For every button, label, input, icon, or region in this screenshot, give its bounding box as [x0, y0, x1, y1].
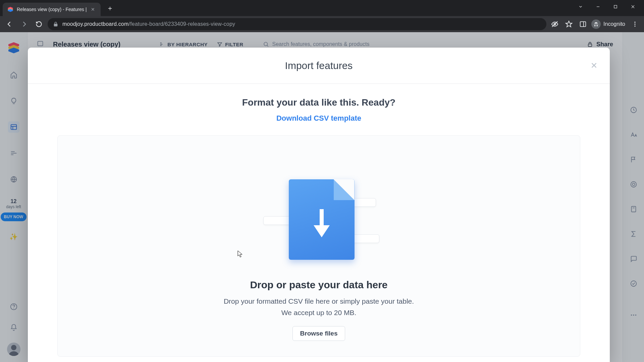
- browser-toolbar: moodjoy.productboard.com/feature-board/6…: [0, 16, 644, 32]
- tab-title: Releases view (copy) - Features |: [17, 7, 87, 12]
- back-button[interactable]: [3, 18, 15, 30]
- svg-rect-4: [614, 5, 617, 8]
- window-maximize-icon[interactable]: [608, 1, 623, 12]
- window-close-icon[interactable]: [625, 1, 641, 12]
- svg-marker-44: [314, 225, 330, 237]
- tab-favicon-icon: [7, 6, 13, 12]
- dropzone-heading: Drop or paste your data here: [250, 279, 387, 291]
- close-icon: [590, 62, 598, 69]
- browser-titlebar: Releases view (copy) - Features | ✕ ＋: [0, 0, 644, 16]
- window-minimize-icon[interactable]: [590, 1, 606, 12]
- incognito-avatar-icon[interactable]: [591, 19, 601, 29]
- file-download-icon: [289, 179, 355, 260]
- dropzone-sub2: We accept up to 20 MB.: [281, 309, 357, 317]
- bookmark-star-icon[interactable]: [563, 18, 575, 30]
- modal-title: Import features: [285, 60, 353, 71]
- address-bar[interactable]: moodjoy.productboard.com/feature-board/6…: [48, 18, 546, 30]
- lock-icon: [53, 21, 58, 27]
- url-text: moodjoy.productboard.com/feature-board/6…: [62, 21, 235, 27]
- browser-tab[interactable]: Releases view (copy) - Features | ✕: [3, 3, 101, 16]
- browser-menu-icon[interactable]: [629, 18, 641, 30]
- incognito-label: Incognito: [603, 21, 625, 27]
- import-features-modal: Import features Format your data like th…: [28, 48, 610, 362]
- dropzone-sub1: Drop your formatted CSV file here or sim…: [224, 297, 414, 305]
- new-tab-button[interactable]: ＋: [105, 3, 115, 13]
- svg-rect-10: [580, 22, 586, 27]
- download-csv-template-link[interactable]: Download CSV template: [276, 114, 361, 123]
- modal-header: Import features: [28, 48, 610, 84]
- svg-point-13: [634, 23, 635, 24]
- format-instruction: Format your data like this. Ready?: [242, 97, 395, 108]
- modal-close-button[interactable]: [588, 60, 600, 71]
- mouse-cursor-icon: [237, 250, 243, 259]
- browse-files-button[interactable]: Browse files: [292, 326, 345, 341]
- forward-button[interactable]: [18, 18, 30, 30]
- dropzone-illustration: [259, 179, 379, 260]
- side-panel-icon[interactable]: [577, 18, 589, 30]
- tab-search-icon[interactable]: [573, 1, 588, 12]
- eye-off-icon[interactable]: [549, 18, 560, 30]
- svg-point-14: [634, 25, 635, 26]
- reload-button[interactable]: [33, 18, 45, 30]
- svg-rect-43: [320, 209, 324, 227]
- svg-marker-9: [566, 21, 572, 27]
- tab-close-icon[interactable]: ✕: [90, 7, 96, 12]
- svg-point-12: [634, 22, 635, 23]
- csv-dropzone[interactable]: Drop or paste your data here Drop your f…: [57, 135, 580, 357]
